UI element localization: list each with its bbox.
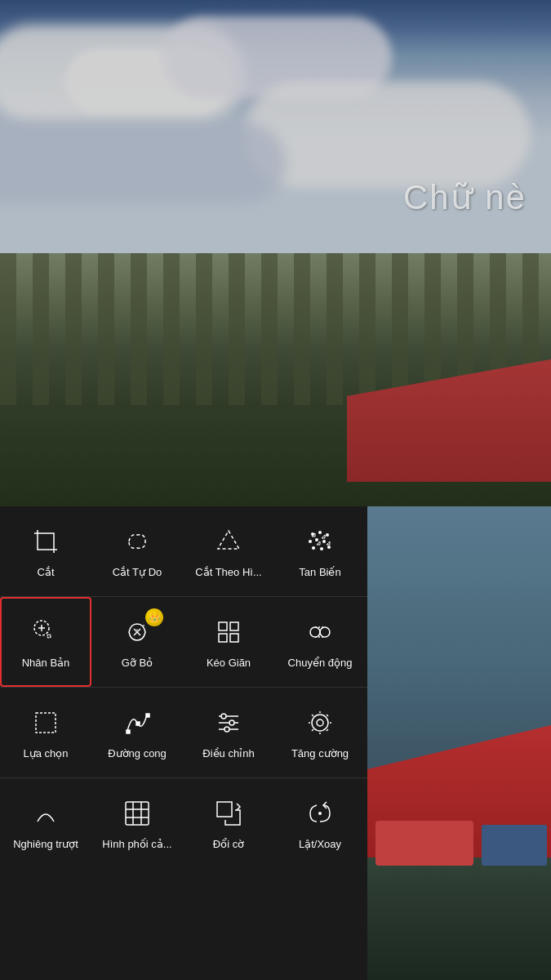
tool-lat-xoay-label: Lật/Xoay	[299, 838, 341, 851]
svg-rect-23	[219, 634, 227, 642]
main-container: Cắt Cắt Tự Do Cắt Theo Hì...	[0, 506, 551, 980]
tool-nhan-ban-label: Nhân Bản	[22, 657, 70, 670]
svg-rect-54	[217, 802, 232, 817]
svg-line-47	[327, 729, 328, 731]
tool-hinh-phoi[interactable]: Hình phối cả...	[91, 778, 183, 868]
svg-line-44	[312, 715, 313, 716]
svg-point-36	[221, 714, 226, 719]
freecut-icon	[119, 523, 155, 559]
svg-rect-32	[146, 714, 149, 717]
tool-cat-theo-hi-label: Cắt Theo Hì...	[195, 566, 261, 579]
svg-marker-11	[322, 535, 325, 538]
photo-overlay	[0, 0, 551, 506]
svg-point-2	[318, 531, 322, 534]
svg-point-48	[317, 719, 323, 726]
tool-doi-co[interactable]: Đổi cờ	[183, 778, 274, 868]
svg-point-38	[224, 727, 229, 732]
adjust-icon	[211, 705, 247, 741]
tool-duong-cong-label: Đường cong	[108, 747, 167, 760]
svg-point-5	[315, 538, 318, 541]
fliprotate-icon	[302, 795, 338, 831]
tool-go-bo-label: Gỡ Bỏ	[122, 657, 153, 670]
svg-rect-30	[127, 730, 130, 733]
svg-point-7	[312, 546, 315, 550]
tool-cat-label: Cắt	[38, 566, 55, 579]
shapecut-icon	[211, 523, 247, 559]
tilt-icon	[28, 795, 64, 831]
tools-row-2: Nhân Bản 👑 Gỡ Bỏ	[0, 597, 367, 687]
dissolve-icon	[302, 523, 338, 559]
tool-tan-bien-label: Tan Biến	[299, 566, 340, 579]
tool-dieu-chinh[interactable]: Điều chỉnh	[183, 688, 274, 777]
tool-go-bo[interactable]: 👑 Gỡ Bỏ	[91, 597, 183, 687]
svg-marker-13	[327, 541, 330, 545]
tool-cat-tu-do[interactable]: Cắt Tự Do	[91, 506, 183, 596]
tool-nghieng-truot-label: Nghiêng trượt	[13, 838, 78, 851]
svg-point-9	[327, 546, 331, 549]
svg-point-37	[229, 720, 234, 725]
tool-nhan-ban[interactable]: Nhân Bản	[0, 597, 91, 687]
tool-keo-gian-label: Kéo Giãn	[207, 657, 251, 670]
premium-badge: 👑	[145, 608, 163, 626]
tool-cat-tu-do-label: Cắt Tự Do	[113, 566, 162, 579]
blend-icon	[119, 795, 155, 831]
svg-point-17	[47, 635, 51, 638]
side-panel	[367, 506, 551, 980]
tool-cat-theo-hi[interactable]: Cắt Theo Hì...	[183, 506, 274, 596]
svg-point-20	[143, 625, 144, 626]
tools-row-4: Nghiêng trượt Hình phối cả...	[0, 778, 367, 868]
svg-line-45	[327, 715, 328, 716]
tool-cat[interactable]: Cắt	[0, 506, 91, 596]
tool-tang-cuong[interactable]: Tăng cường	[274, 688, 366, 777]
select-icon	[28, 705, 64, 741]
photo-canvas: Chữ nè	[0, 0, 551, 506]
enhance-icon	[302, 705, 338, 741]
svg-point-6	[322, 540, 326, 543]
clone-icon	[28, 614, 64, 650]
tool-dieu-chinh-label: Điều chỉnh	[202, 747, 254, 760]
svg-rect-31	[136, 722, 140, 725]
crop-icon	[28, 523, 64, 559]
tool-nghieng-truot[interactable]: Nghiêng trượt	[0, 778, 91, 868]
tool-lat-xoay[interactable]: Lật/Xoay	[274, 778, 366, 868]
svg-point-25	[310, 627, 320, 637]
svg-marker-12	[317, 541, 320, 545]
tools-row-3: Lựa chọn Đường cong	[0, 688, 367, 777]
motion-icon	[302, 614, 338, 650]
svg-rect-22	[230, 622, 238, 630]
tool-hinh-phoi-label: Hình phối cả...	[102, 838, 171, 851]
tool-keo-gian[interactable]: Kéo Giãn	[183, 597, 274, 687]
stretch-icon	[211, 614, 247, 650]
tool-lua-chon[interactable]: Lựa chọn	[0, 688, 91, 777]
tools-panel: Cắt Cắt Tự Do Cắt Theo Hì...	[0, 506, 367, 980]
tool-tang-cuong-label: Tăng cường	[291, 747, 349, 760]
tool-chuyen-dong-label: Chuyển động	[288, 657, 353, 670]
svg-point-8	[320, 547, 323, 550]
svg-rect-29	[36, 713, 56, 733]
curve-icon	[119, 705, 155, 741]
svg-point-4	[309, 540, 312, 543]
tool-lua-chon-label: Lựa chọn	[23, 747, 68, 760]
svg-rect-49	[126, 802, 149, 825]
tools-row-1: Cắt Cắt Tự Do Cắt Theo Hì...	[0, 506, 367, 596]
svg-rect-21	[219, 622, 227, 630]
svg-line-46	[312, 729, 313, 731]
svg-rect-24	[230, 634, 238, 642]
svg-point-3	[326, 533, 329, 537]
svg-point-55	[318, 812, 322, 815]
svg-marker-0	[218, 531, 239, 549]
tool-doi-co-label: Đổi cờ	[213, 838, 244, 851]
resize-icon	[211, 795, 247, 831]
svg-point-26	[320, 627, 330, 637]
photo-overlay-text: Chữ nè	[403, 177, 527, 217]
tool-tan-bien[interactable]: Tan Biến	[274, 506, 366, 596]
tool-chuyen-dong[interactable]: Chuyển động	[274, 597, 366, 687]
tool-duong-cong[interactable]: Đường cong	[91, 688, 183, 777]
svg-point-39	[312, 715, 328, 731]
